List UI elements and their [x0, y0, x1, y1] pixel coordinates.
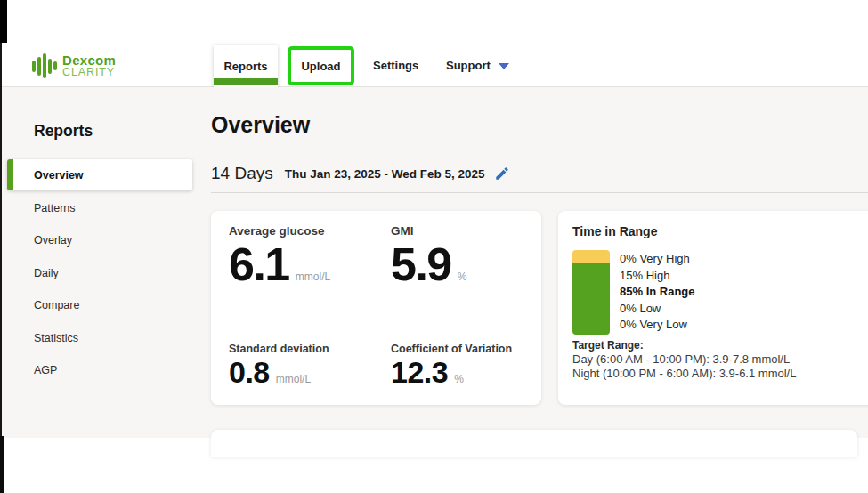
active-tab-indicator [214, 78, 278, 85]
target-range-night: Night (10:00 PM - 6:00 AM): 3.9-6.1 mmol… [572, 367, 796, 380]
time-in-range-legend: 0% Very High 15% High 85% In Range 0% Lo… [620, 251, 695, 334]
metric-average-glucose: Average glucose 6.1mmol/L [229, 224, 330, 288]
logo-product-name: CLARITY [62, 67, 116, 78]
time-in-range-stacked-bar [572, 250, 610, 335]
metric-coefficient-of-variation: Coefficient of Variation 12.3% [391, 343, 512, 388]
logo-text: Dexcom CLARITY [62, 53, 116, 78]
page-title: Overview [211, 112, 310, 138]
edit-date-range-button[interactable] [494, 166, 510, 182]
metric-label: Coefficient of Variation [391, 343, 512, 355]
metric-unit: mmol/L [296, 271, 330, 283]
metric-unit: mmol/L [276, 373, 311, 385]
metric-value: 6.1mmol/L [229, 241, 330, 288]
metric-label: GMI [391, 224, 466, 238]
logo-brand-name: Dexcom [62, 53, 116, 67]
target-range-block: Target Range: Day (6:00 AM - 10:00 PM): … [572, 339, 796, 380]
pencil-icon [494, 166, 510, 182]
tab-settings[interactable]: Settings [373, 60, 418, 72]
metric-unit: % [454, 373, 464, 385]
top-nav-bar: Dexcom CLARITY Reports Upload Settings S… [0, 0, 868, 87]
legend-very-low: 0% Very Low [620, 317, 695, 334]
tab-reports[interactable]: Reports [214, 45, 278, 87]
target-range-heading: Target Range: [572, 339, 796, 352]
bar-segment-in-range [572, 263, 610, 335]
metric-label: Standard deviation [229, 343, 329, 355]
sidebar-item-overview[interactable]: Overview [7, 159, 192, 190]
tab-support[interactable]: Support [446, 60, 509, 72]
next-report-card-partial [211, 430, 857, 457]
target-range-day: Day (6:00 AM - 10:00 PM): 3.9-7.8 mmol/L [572, 352, 796, 366]
metric-standard-deviation: Standard deviation 0.8mmol/L [229, 343, 329, 388]
metric-value: 12.3% [391, 357, 512, 388]
tab-reports-label: Reports [223, 60, 267, 73]
tab-upload[interactable]: Upload [301, 60, 340, 73]
section-divider [211, 192, 868, 193]
period-dates: Thu Jan 23, 2025 - Wed Feb 5, 2025 [285, 167, 485, 181]
dexcom-bars-icon [32, 53, 57, 79]
sidebar-item-patterns[interactable]: Patterns [7, 192, 192, 225]
legend-very-high: 0% Very High [620, 251, 695, 268]
sidebar-title: Reports [34, 122, 93, 141]
upload-highlight-annotation: Upload [288, 46, 354, 85]
metric-unit: % [458, 271, 467, 283]
sidebar-item-compare[interactable]: Compare [7, 289, 192, 322]
period-length: 14 Days [211, 164, 273, 183]
sidebar-item-daily[interactable]: Daily [7, 257, 192, 290]
date-range-row: 14 Days Thu Jan 23, 2025 - Wed Feb 5, 20… [211, 164, 510, 183]
screenshot-edge-artifact [0, 43, 2, 493]
legend-high: 15% High [620, 268, 695, 285]
sidebar-item-statistics[interactable]: Statistics [7, 322, 192, 355]
chevron-down-icon [499, 63, 509, 69]
dexcom-clarity-logo[interactable]: Dexcom CLARITY [32, 53, 116, 79]
metric-value: 0.8mmol/L [229, 357, 329, 388]
time-in-range-title: Time in Range [572, 224, 657, 238]
metric-value: 5.9% [391, 241, 466, 288]
screenshot-edge-artifact [0, 0, 7, 43]
time-in-range-card: Time in Range 0% Very High 15% High 85% … [558, 211, 868, 405]
metric-label: Average glucose [229, 224, 330, 238]
legend-in-range: 85% In Range [620, 284, 695, 301]
glucose-stats-card: Average glucose 6.1mmol/L GMI 5.9% Stand… [211, 211, 541, 405]
sidebar-nav: Overview Patterns Overlay Daily Compare … [7, 159, 192, 387]
metric-gmi: GMI 5.9% [391, 224, 466, 288]
sidebar-item-overlay[interactable]: Overlay [7, 224, 192, 257]
screenshot-edge-artifact [0, 436, 4, 493]
legend-low: 0% Low [620, 301, 695, 318]
bar-segment-high [572, 250, 610, 263]
tab-support-label: Support [446, 60, 491, 72]
sidebar-item-agp[interactable]: AGP [7, 354, 192, 387]
